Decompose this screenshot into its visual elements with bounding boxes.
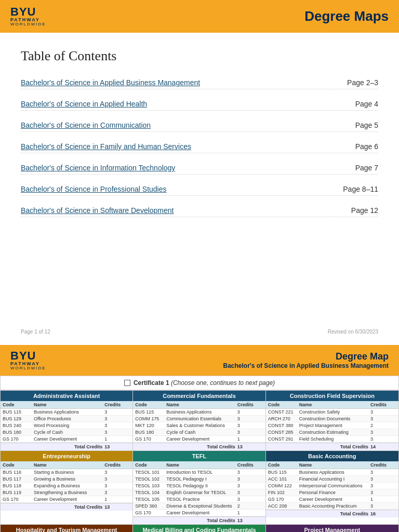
logo2-worldwide: WORLDWIDE xyxy=(10,366,46,370)
col-block: Basic Accounting Code Name Credits BUS 1… xyxy=(266,451,398,524)
table-row: TESOL 104 English Grammar for TESOL 3 xyxy=(133,489,265,496)
col-header: TEFL xyxy=(133,451,265,461)
degree-map-subtitle: Bachelor's of Science in Applied Busines… xyxy=(223,362,389,369)
total-label: Total Credits xyxy=(135,444,237,449)
course-code: GS 170 xyxy=(3,436,34,442)
logo2: BYU PATHWAY WORLDWIDE xyxy=(10,350,46,370)
logo: BYU PATHWAY WORLDWIDE xyxy=(10,6,46,26)
col-code-header: Code xyxy=(268,462,299,468)
col-block: Construction Field Supervision Code Name… xyxy=(266,391,398,450)
total-row: Total Credits 13 xyxy=(1,443,132,450)
table-row: BUS 119 Strengthening a Business 3 xyxy=(1,489,132,496)
logo2-byu: BYU xyxy=(10,350,46,362)
total-row: Total Credits 13 xyxy=(133,443,265,450)
course-code: TESOL 105 xyxy=(135,497,166,502)
table-row: BUS 180 Cycle of Cash 3 xyxy=(1,429,132,436)
course-credits: 3 xyxy=(370,430,396,435)
col-block: TEFL Code Name Credits TESOL 101 Introdu… xyxy=(133,451,265,524)
course-credits: 3 xyxy=(104,430,130,435)
course-name: Career Development xyxy=(34,497,104,502)
total-value: 16 xyxy=(370,511,396,516)
table-row: BUS 115 Business Applications 3 xyxy=(133,409,265,416)
col-header: Construction Field Supervision xyxy=(266,391,398,401)
sub-header: Code Name Credits xyxy=(133,401,265,409)
total-row: Total Credits 14 xyxy=(266,443,398,450)
course-name: Business Applications xyxy=(34,409,104,415)
course-name: Construction Documents xyxy=(299,416,370,421)
toc-page-num: Page 12 xyxy=(351,206,378,215)
course-credits: 2 xyxy=(370,423,396,428)
col-name-header: Name xyxy=(299,462,370,468)
course-credits: 3 xyxy=(370,490,396,495)
col-credits-header: Credits xyxy=(104,462,130,468)
table-row: TESOL 103 TESOL Pedagogy II 3 xyxy=(133,483,265,489)
total-label: Total Credits xyxy=(3,504,104,510)
table-row: COMM 175 Communication Essentials 3 xyxy=(133,416,265,422)
course-code: BUS 129 xyxy=(3,416,34,421)
course-credits: 3 xyxy=(370,436,396,442)
table-row: ACC 208 Basic Accounting Practicum 3 xyxy=(266,503,398,510)
table-row: BUS 115 Business Applications 3 xyxy=(1,409,132,416)
table-row: CONST 380 Project Management 2 xyxy=(266,422,398,429)
course-name: Sales & Customer Relations xyxy=(166,423,237,428)
course-name: Career Development xyxy=(166,436,237,442)
col-header: Administrative Assistant xyxy=(1,391,132,401)
col-code-header: Code xyxy=(268,402,299,407)
course-code: BUS 115 xyxy=(3,409,34,415)
col-name-header: Name xyxy=(166,402,237,407)
course-credits: 1 xyxy=(370,497,396,502)
sub-header: Code Name Credits xyxy=(133,461,265,469)
course-credits: 3 xyxy=(104,476,130,482)
total-value: 13 xyxy=(104,504,130,510)
course-name: Word Processing xyxy=(34,423,104,428)
toc-link[interactable]: Bachelor's of Science in Information Tec… xyxy=(21,164,175,172)
course-name: Project Management xyxy=(299,423,370,428)
sub-header: Code Name Credits xyxy=(1,401,132,409)
course-credits: 3 xyxy=(237,423,263,428)
table-row: BUS 115 Business Applications 3 xyxy=(266,469,398,476)
toc-link[interactable]: Bachelor's of Science in Professional St… xyxy=(21,185,167,193)
certificate-checkbox[interactable] xyxy=(124,380,130,386)
course-code: TESOL 104 xyxy=(135,490,166,495)
page1-header: BYU PATHWAY WORLDWIDE Degree Maps xyxy=(0,0,399,33)
table-row: ARCH 270 Construction Documents 3 xyxy=(266,416,398,422)
course-code: BUS 119 xyxy=(3,490,34,495)
toc-link[interactable]: Bachelor's of Science in Family and Huma… xyxy=(21,142,191,151)
sub-header: Code Name Credits xyxy=(266,461,398,469)
course-name: Personal Finance xyxy=(299,490,370,495)
toc-link[interactable]: Bachelor's of Science in Applied Health xyxy=(21,100,147,108)
toc-link[interactable]: Bachelor's of Science in Applied Busines… xyxy=(21,78,200,87)
table-row: BUS 116 Starting a Business 3 xyxy=(1,469,132,476)
course-code: ACC 208 xyxy=(268,503,299,509)
course-code: CONST 221 xyxy=(268,409,299,415)
course-name: TESOL Pedagogy II xyxy=(166,483,237,488)
toc-page-num: Page 7 xyxy=(355,164,378,172)
course-credits: 3 xyxy=(370,483,396,488)
course-name: Diverse & Exceptional Students xyxy=(166,503,237,509)
course-code: MKT 120 xyxy=(135,423,166,428)
total-row: Total Credits 13 xyxy=(1,503,132,511)
toc-item: Bachelor's of Science in Applied Health … xyxy=(21,100,378,111)
certificate-label: Certificate 1 (Choose one, continues to … xyxy=(134,379,275,387)
course-name: Communication Essentials xyxy=(166,416,237,421)
course-credits: 3 xyxy=(104,423,130,428)
table-row: GS 170 Career Development 1 xyxy=(133,436,265,443)
course-credits: 3 xyxy=(237,490,263,495)
course-code: TESOL 103 xyxy=(135,483,166,488)
course-name: Expanding a Business xyxy=(34,483,104,488)
col-code-header: Code xyxy=(135,462,166,468)
toc-link[interactable]: Bachelor's of Science in Communication xyxy=(21,121,151,129)
toc-page-num: Page 2–3 xyxy=(347,78,378,87)
table-row: GS 170 Career Development 1 xyxy=(1,496,132,503)
toc-link[interactable]: Bachelor's of Science in Software Develo… xyxy=(21,206,174,215)
col-block: Commercial Fundamentals Code Name Credit… xyxy=(133,391,265,450)
total-label: Total Credits xyxy=(268,444,370,449)
course-name: Strengthening a Business xyxy=(34,490,104,495)
toc-heading: Table of Contents xyxy=(21,48,378,64)
degree-map-title: Degree Map xyxy=(223,351,389,362)
total-label: Total Credits xyxy=(135,518,237,523)
course-name: Field Scheduling xyxy=(299,436,370,442)
table-row: TESOL 105 TESOL Practice 3 xyxy=(133,496,265,503)
course-code: CONST 285 xyxy=(268,430,299,435)
sub-header: Code Name Credits xyxy=(266,401,398,409)
